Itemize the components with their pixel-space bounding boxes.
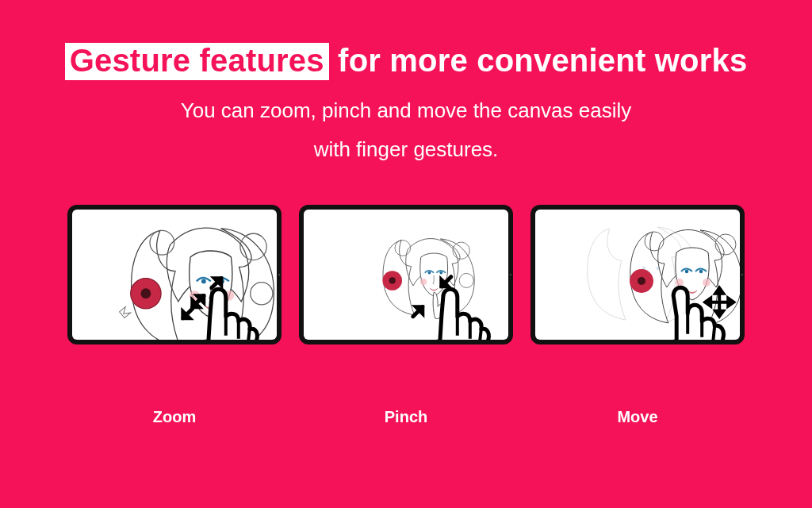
tile-caption: Zoom (67, 408, 282, 426)
svg-point-45 (715, 234, 736, 255)
svg-point-39 (699, 269, 703, 273)
tile-caption: Pinch (299, 408, 513, 426)
headline-rest: for more convenient works (338, 43, 747, 78)
hero: Gesture features for more convenient wor… (0, 0, 812, 170)
tile-move: Move (530, 205, 745, 426)
svg-point-25 (389, 277, 396, 283)
svg-point-43 (638, 277, 645, 285)
subheadline-line1: You can zoom, pinch and move the canvas … (0, 91, 812, 130)
svg-point-28 (459, 273, 473, 287)
svg-point-38 (685, 269, 689, 273)
svg-point-27 (453, 242, 469, 259)
tablet-frame (67, 205, 282, 344)
tablet-frame (530, 205, 745, 344)
subheadline: You can zoom, pinch and move the canvas … (0, 91, 812, 170)
woman-flowers-illustration (72, 210, 277, 340)
tablet-screen (304, 210, 508, 340)
svg-point-5 (140, 288, 151, 298)
tile-zoom: Zoom (67, 205, 282, 426)
svg-point-0 (201, 279, 206, 283)
tablet-frame (299, 205, 513, 344)
svg-point-40 (676, 279, 684, 287)
tile-caption: Move (530, 408, 745, 426)
svg-point-2 (190, 291, 200, 301)
headline-highlight: Gesture features (65, 43, 329, 80)
svg-point-23 (442, 279, 449, 285)
headline: Gesture features for more convenient wor… (0, 43, 812, 80)
woman-flowers-illustration (304, 210, 508, 340)
svg-point-3 (224, 291, 234, 301)
gesture-tiles: Zoom (0, 205, 812, 426)
svg-point-7 (240, 233, 266, 260)
tile-pinch: Pinch (299, 205, 513, 426)
svg-point-8 (251, 282, 273, 304)
svg-point-41 (703, 279, 710, 287)
tablet-screen (535, 210, 740, 340)
svg-point-1 (220, 279, 224, 283)
svg-point-26 (395, 240, 411, 256)
subheadline-line2: with finger gestures. (0, 130, 812, 169)
svg-point-21 (439, 271, 442, 274)
tablet-screen (72, 210, 277, 340)
woman-flowers-illustration (535, 210, 740, 340)
svg-point-6 (150, 230, 174, 255)
svg-point-22 (420, 279, 427, 285)
svg-point-44 (645, 232, 664, 251)
svg-point-20 (428, 271, 431, 274)
